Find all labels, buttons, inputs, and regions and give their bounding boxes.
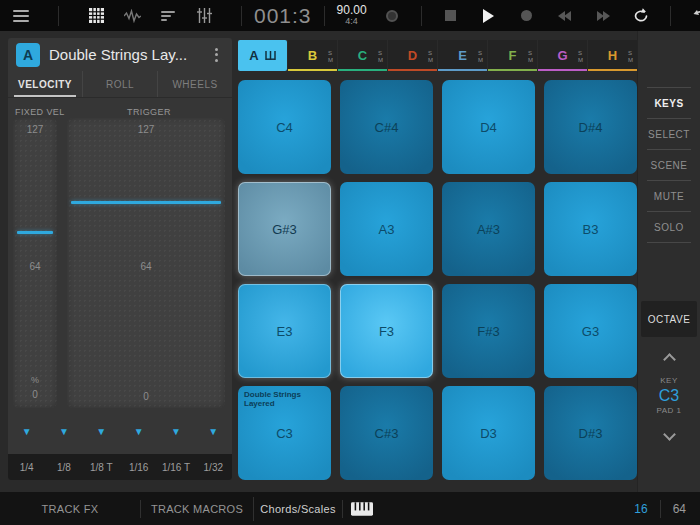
scene-mode-button[interactable]: SCENE [638, 150, 700, 180]
mute-mode-button[interactable]: MUTE [638, 181, 700, 211]
track-macros-button[interactable]: TRACK MACROS [141, 503, 253, 515]
fixed-vel-value-line[interactable] [17, 231, 53, 234]
pad[interactable]: D#3 [544, 386, 637, 480]
pad-note-label: D#3 [579, 426, 603, 441]
bank-tab-h[interactable]: H SM [588, 40, 637, 71]
hamburger-icon [13, 10, 29, 22]
keyboard-button[interactable] [351, 498, 373, 520]
bank-tab-b[interactable]: B SM [288, 40, 337, 71]
pad[interactable]: Double Strings LayeredC3 [238, 386, 331, 480]
mute-toggle[interactable]: M [628, 56, 633, 62]
division-marker-icon[interactable]: ▼ [8, 426, 45, 444]
division-marker-icon[interactable]: ▼ [45, 426, 82, 444]
pad-number-label: PAD 1 [638, 406, 700, 416]
fixed-vel-slider[interactable]: 127 64 % 0 [13, 118, 57, 408]
tempo-display[interactable]: 90.00 4:4 [337, 4, 367, 26]
division-1-32[interactable]: 1/32 [195, 462, 232, 473]
solo-toggle[interactable]: S [578, 49, 583, 55]
division-marker-icon[interactable]: ▼ [195, 426, 232, 444]
track-badge: A [16, 43, 40, 67]
solo-toggle[interactable]: S [378, 49, 383, 55]
octave-down-icon[interactable] [663, 428, 676, 441]
division-marker-icon[interactable]: ▼ [157, 426, 194, 444]
bank-tab-e[interactable]: E SM [438, 40, 487, 71]
solo-toggle[interactable]: S [328, 49, 333, 55]
solo-toggle[interactable]: S [528, 49, 533, 55]
pad[interactable]: F#3 [442, 284, 535, 378]
solo-mode-button[interactable]: SOLO [638, 212, 700, 242]
division-marker-icon[interactable]: ▼ [83, 426, 120, 444]
kebab-menu-icon[interactable] [209, 44, 224, 66]
rewind-button[interactable] [554, 5, 576, 27]
solo-toggle[interactable]: S [628, 49, 633, 55]
menu-icon[interactable] [10, 5, 32, 27]
mute-toggle[interactable]: M [328, 56, 333, 62]
tab-velocity[interactable]: VELOCITY [8, 71, 82, 97]
pad[interactable]: C#4 [340, 80, 433, 174]
mute-toggle[interactable]: M [378, 56, 383, 62]
mute-toggle[interactable]: M [578, 56, 583, 62]
pad-view-icon[interactable] [85, 5, 107, 27]
trigger-value-line[interactable] [71, 201, 221, 204]
track-header[interactable]: A Double Strings Lay... [8, 38, 232, 71]
loop-button[interactable] [630, 5, 652, 27]
piano-icon [351, 502, 373, 516]
mixer-view-icon[interactable] [193, 5, 215, 27]
song-position-display[interactable]: 001:3 [254, 4, 312, 28]
pad[interactable]: G3 [544, 284, 637, 378]
metronome-icon[interactable] [381, 5, 403, 27]
chords-scales-button[interactable]: Chords/Scales [254, 503, 342, 515]
division-1-8t[interactable]: 1/8 T [83, 462, 120, 473]
bank-tab-c[interactable]: C SM [338, 40, 387, 71]
pad-count-16-button[interactable]: 16 [634, 502, 647, 516]
waveform-view-icon[interactable] [121, 5, 143, 27]
transport-bar: 001:3 90.00 4:4 [0, 0, 700, 31]
octave-up-icon[interactable] [663, 353, 676, 366]
track-fx-button[interactable]: TRACK FX [0, 503, 140, 515]
pad-count-64-button[interactable]: 64 [673, 502, 686, 516]
forward-button[interactable] [592, 5, 614, 27]
pad[interactable]: F3 [340, 284, 433, 378]
trigger-slider[interactable]: 127 64 0 [67, 118, 225, 408]
octave-button[interactable]: OCTAVE [641, 301, 697, 337]
pad[interactable]: D4 [442, 80, 535, 174]
mute-toggle[interactable]: M [428, 56, 433, 62]
undo-button[interactable] [689, 5, 700, 27]
division-1-8[interactable]: 1/8 [45, 462, 82, 473]
pad[interactable]: G#3 [238, 182, 331, 276]
division-1-16[interactable]: 1/16 [120, 462, 157, 473]
pad[interactable]: D#4 [544, 80, 637, 174]
bank-tab-g[interactable]: G SM [538, 40, 587, 71]
pad-note-label: E3 [277, 324, 293, 339]
division-1-16t[interactable]: 1/16 T [157, 462, 194, 473]
mute-toggle[interactable]: M [528, 56, 533, 62]
keys-mode-button[interactable]: KEYS [638, 88, 700, 118]
divider [241, 6, 242, 26]
pad[interactable]: E3 [238, 284, 331, 378]
solo-toggle[interactable]: S [478, 49, 483, 55]
division-1-4[interactable]: 1/4 [8, 462, 45, 473]
keyboard-icon [265, 51, 276, 60]
pad-sample-label: Double Strings Layered [244, 390, 331, 408]
stop-button[interactable] [440, 5, 462, 27]
division-marker-icon[interactable]: ▼ [120, 426, 157, 444]
tab-roll[interactable]: ROLL [82, 71, 157, 97]
pad[interactable]: C#3 [340, 386, 433, 480]
tab-wheels[interactable]: WHEELS [157, 71, 232, 97]
pad[interactable]: D3 [442, 386, 535, 480]
bank-tab-d[interactable]: D SM [388, 40, 437, 71]
select-mode-button[interactable]: SELECT [638, 119, 700, 149]
play-icon [483, 9, 494, 23]
play-button[interactable] [478, 5, 500, 27]
bank-tab-f[interactable]: F SM [488, 40, 537, 71]
solo-toggle[interactable]: S [428, 49, 433, 55]
bank-letter: G [557, 48, 567, 63]
mute-toggle[interactable]: M [478, 56, 483, 62]
pad[interactable]: C4 [238, 80, 331, 174]
bank-tab-a[interactable]: A [238, 40, 287, 71]
pad[interactable]: A#3 [442, 182, 535, 276]
record-button[interactable] [516, 5, 538, 27]
pad[interactable]: A3 [340, 182, 433, 276]
sequencer-view-icon[interactable] [157, 5, 179, 27]
pad[interactable]: B3 [544, 182, 637, 276]
